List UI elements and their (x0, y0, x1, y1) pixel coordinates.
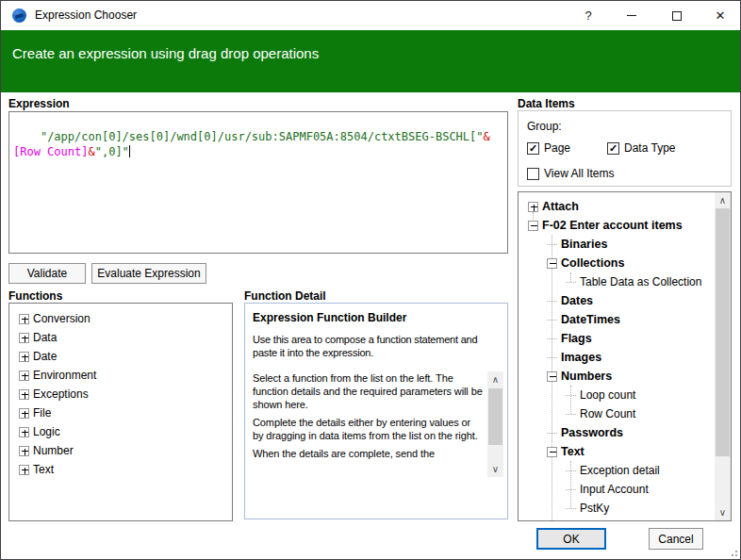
tree-item-binaries[interactable]: Binaries (519, 235, 715, 254)
checkbox-page[interactable]: ✓Page (527, 141, 570, 155)
tree-item-file[interactable]: File (9, 404, 232, 422)
tree-item-table-data-as-collection[interactable]: Table Data as Collection (519, 272, 715, 291)
tree-item-label: Exception detail (580, 464, 660, 477)
tree-item-row-count[interactable]: Row Count (519, 404, 715, 423)
scroll-down-icon[interactable]: ∨ (715, 504, 731, 520)
expression-input[interactable]: "/app/con[0]/ses[0]/wnd[0]/usr/sub:SAPMF… (8, 111, 508, 254)
tree-item-attach[interactable]: Attach (519, 197, 715, 216)
cancel-button[interactable]: Cancel (649, 528, 703, 550)
scroll-up-icon[interactable]: ∧ (487, 371, 503, 387)
tree-item-label: Images (561, 351, 601, 364)
tree-item-label: Binaries (561, 238, 607, 251)
collapse-icon[interactable] (547, 258, 557, 269)
tree-item-label: Exceptions (33, 387, 89, 401)
function-detail-label: Function Detail (244, 289, 326, 303)
expand-icon[interactable] (19, 333, 29, 343)
tree-item-label: Conversion (33, 312, 91, 325)
evaluate-expression-button[interactable]: Evaluate Expression (91, 263, 206, 284)
checkbox-unchecked-icon[interactable] (527, 168, 539, 180)
tree-item-label: Passwords (561, 426, 623, 439)
expand-icon[interactable] (19, 408, 29, 419)
function-detail-panel: Expression Function Builder Use this are… (244, 303, 508, 519)
expand-icon[interactable] (19, 427, 29, 437)
group-box: Group: ✓Page ✓Data Type View All Items (518, 110, 732, 187)
tree-item-exceptions[interactable]: Exceptions (9, 385, 232, 404)
checkbox-view-all-items[interactable]: View All Items (527, 167, 614, 180)
expand-icon[interactable] (19, 465, 29, 475)
tree-item-label: Attach (542, 200, 579, 213)
scrollbar-thumb[interactable] (716, 208, 730, 456)
tree-item-images[interactable]: Images (519, 348, 715, 367)
tree-item-dates[interactable]: Dates (519, 291, 715, 310)
tree-item-label: Date (33, 350, 57, 363)
checkbox-label: Data Type (624, 141, 675, 155)
checkbox-checked-icon[interactable]: ✓ (527, 142, 539, 155)
tree-connector (547, 301, 557, 302)
tree-item-label: Logic (33, 425, 60, 438)
tree-item-input-account[interactable]: Input Account (519, 480, 715, 499)
validate-button[interactable]: Validate (8, 263, 86, 284)
app-icon (12, 8, 26, 23)
tree-item-label: F-02 Enter account items (542, 219, 683, 232)
tree-item-exception-detail[interactable]: Exception detail (519, 461, 715, 480)
collapse-icon[interactable] (547, 447, 557, 457)
expression-label: Expression (8, 97, 70, 110)
expand-icon[interactable] (19, 314, 29, 324)
collapse-icon[interactable] (547, 371, 557, 382)
help-button[interactable]: ? (567, 1, 610, 30)
scrollbar-thumb[interactable] (488, 388, 502, 445)
checkbox-checked-icon[interactable]: ✓ (607, 142, 619, 155)
resize-grip[interactable] (728, 547, 737, 556)
data-items-scrollbar[interactable]: ∧ ∨ (715, 192, 731, 520)
tree-item-number[interactable]: Number (9, 441, 232, 460)
expand-icon[interactable] (19, 352, 29, 362)
expression-text: "/app/con[0]/ses[0]/wnd[0]/usr/sub:SAPMF… (13, 130, 490, 158)
close-button[interactable]: ✕ (699, 1, 741, 30)
tree-item-times[interactable]: Times (519, 518, 715, 520)
tree-item-data[interactable]: Data (9, 328, 232, 347)
tree-item-environment[interactable]: Environment (9, 366, 232, 385)
expression-segment-operator: & (88, 145, 94, 158)
function-detail-scrollbar[interactable]: ∧ ∨ (487, 371, 503, 477)
expand-icon[interactable] (19, 446, 29, 456)
banner-text: Create an expression using drag drop ope… (12, 45, 319, 61)
tree-item-collections[interactable]: Collections (519, 254, 715, 272)
expression-segment-operator: & (484, 130, 490, 143)
tree-connector (566, 508, 576, 509)
tree-item-logic[interactable]: Logic (9, 422, 232, 441)
tree-connector (566, 395, 576, 396)
function-detail-paragraph: When the details are complete, send the (253, 447, 483, 460)
data-items-label: Data Items (518, 97, 575, 110)
checkbox-label: View All Items (544, 167, 614, 180)
ok-button[interactable]: OK (536, 528, 606, 550)
tree-item-flags[interactable]: Flags (519, 329, 715, 348)
text-caret (129, 145, 130, 157)
checkbox-label: Page (544, 141, 570, 155)
tree-connector (547, 338, 557, 339)
tree-item-numbers[interactable]: Numbers (519, 367, 715, 386)
tree-item-datetimes[interactable]: DateTimes (519, 310, 715, 329)
tree-item-date[interactable]: Date (9, 347, 232, 366)
function-detail-text: Select a function from the list on the l… (253, 371, 483, 477)
window-title: Expression Chooser (35, 8, 137, 22)
scroll-up-icon[interactable]: ∧ (715, 192, 731, 208)
tree-item-pstky[interactable]: PstKy (519, 499, 715, 518)
minimize-button[interactable] (610, 1, 653, 30)
minimize-icon (627, 15, 636, 16)
tree-connector (566, 489, 576, 490)
checkbox-data-type[interactable]: ✓Data Type (607, 141, 675, 155)
tree-item-f-02-enter-account-items[interactable]: F-02 Enter account items (519, 216, 715, 235)
expand-icon[interactable] (19, 371, 29, 381)
tree-item-label: Row Count (580, 407, 635, 420)
collapse-icon[interactable] (528, 221, 538, 231)
expand-icon[interactable] (528, 202, 538, 212)
scroll-down-icon[interactable]: ∨ (487, 461, 503, 477)
maximize-button[interactable] (655, 1, 699, 30)
expand-icon[interactable] (19, 389, 29, 400)
functions-label: Functions (8, 289, 62, 303)
tree-item-loop-count[interactable]: Loop count (519, 386, 715, 404)
tree-item-text[interactable]: Text (9, 460, 232, 479)
tree-item-text[interactable]: Text (519, 442, 715, 461)
tree-item-conversion[interactable]: Conversion (9, 309, 232, 328)
tree-item-passwords[interactable]: Passwords (519, 423, 715, 442)
